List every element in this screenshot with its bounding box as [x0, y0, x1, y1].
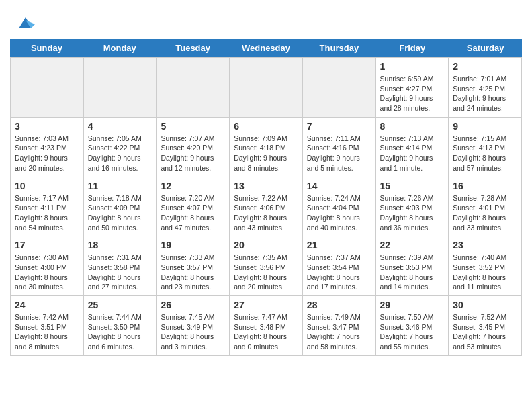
calendar-cell: 22Sunrise: 7:39 AM Sunset: 3:53 PM Dayli… — [376, 236, 449, 296]
day-number: 18 — [88, 240, 152, 250]
day-number: 8 — [380, 121, 445, 132]
calendar-body: 1Sunrise: 6:59 AM Sunset: 4:27 PM Daylig… — [10, 57, 522, 356]
calendar-cell: 12Sunrise: 7:20 AM Sunset: 4:07 PM Dayli… — [157, 177, 230, 237]
calendar-cell: 6Sunrise: 7:09 AM Sunset: 4:18 PM Daylig… — [230, 118, 303, 177]
day-number: 4 — [88, 121, 152, 132]
calendar-cell: 19Sunrise: 7:33 AM Sunset: 3:57 PM Dayli… — [157, 236, 230, 296]
calendar-cell: 26Sunrise: 7:45 AM Sunset: 3:49 PM Dayli… — [157, 296, 230, 356]
calendar-cell — [84, 58, 157, 118]
day-info: Sunrise: 7:47 AM Sunset: 3:48 PM Dayligh… — [234, 312, 298, 352]
day-number: 2 — [453, 61, 517, 72]
day-info: Sunrise: 7:09 AM Sunset: 4:18 PM Dayligh… — [234, 134, 298, 173]
day-of-week-header: Sunday — [10, 39, 83, 57]
day-number: 9 — [453, 121, 517, 132]
day-info: Sunrise: 7:40 AM Sunset: 3:52 PM Dayligh… — [453, 253, 517, 292]
day-of-week-header: Saturday — [449, 39, 522, 57]
day-number: 20 — [234, 240, 298, 250]
day-number: 6 — [234, 121, 298, 132]
calendar-cell: 14Sunrise: 7:24 AM Sunset: 4:04 PM Dayli… — [303, 177, 376, 237]
day-number: 1 — [380, 61, 445, 72]
calendar-cell: 7Sunrise: 7:11 AM Sunset: 4:16 PM Daylig… — [303, 118, 376, 177]
day-info: Sunrise: 7:03 AM Sunset: 4:23 PM Dayligh… — [15, 134, 79, 173]
calendar: SundayMondayTuesdayWednesdayThursdayFrid… — [10, 39, 522, 356]
calendar-cell: 27Sunrise: 7:47 AM Sunset: 3:48 PM Dayli… — [230, 296, 303, 356]
day-number: 27 — [234, 300, 298, 310]
day-info: Sunrise: 7:45 AM Sunset: 3:49 PM Dayligh… — [161, 312, 225, 352]
calendar-cell: 30Sunrise: 7:52 AM Sunset: 3:45 PM Dayli… — [449, 296, 522, 356]
day-of-week-header: Wednesday — [230, 39, 303, 57]
calendar-header: SundayMondayTuesdayWednesdayThursdayFrid… — [10, 39, 522, 57]
day-info: Sunrise: 7:18 AM Sunset: 4:09 PM Dayligh… — [88, 193, 152, 233]
day-number: 21 — [307, 240, 371, 250]
day-number: 17 — [15, 240, 79, 250]
day-of-week-header: Tuesday — [157, 39, 230, 57]
day-info: Sunrise: 7:35 AM Sunset: 3:56 PM Dayligh… — [234, 253, 298, 292]
day-info: Sunrise: 7:01 AM Sunset: 4:25 PM Dayligh… — [453, 74, 517, 113]
day-info: Sunrise: 7:26 AM Sunset: 4:03 PM Dayligh… — [380, 193, 445, 233]
day-info: Sunrise: 7:50 AM Sunset: 3:46 PM Dayligh… — [380, 312, 445, 352]
day-number: 13 — [234, 181, 298, 191]
day-info: Sunrise: 7:24 AM Sunset: 4:04 PM Dayligh… — [307, 193, 371, 233]
calendar-cell: 28Sunrise: 7:49 AM Sunset: 3:47 PM Dayli… — [303, 296, 376, 356]
calendar-cell: 3Sunrise: 7:03 AM Sunset: 4:23 PM Daylig… — [11, 118, 84, 177]
day-number: 3 — [15, 121, 79, 132]
calendar-cell: 20Sunrise: 7:35 AM Sunset: 3:56 PM Dayli… — [230, 236, 303, 296]
day-number: 7 — [307, 121, 371, 132]
calendar-cell: 18Sunrise: 7:31 AM Sunset: 3:58 PM Dayli… — [84, 236, 157, 296]
day-number: 25 — [88, 300, 152, 310]
day-number: 16 — [453, 181, 517, 191]
day-number: 26 — [161, 300, 225, 310]
day-number: 30 — [453, 300, 517, 310]
calendar-cell: 11Sunrise: 7:18 AM Sunset: 4:09 PM Dayli… — [84, 177, 157, 237]
day-info: Sunrise: 7:05 AM Sunset: 4:22 PM Dayligh… — [88, 134, 152, 173]
calendar-cell — [157, 58, 230, 118]
calendar-cell — [11, 58, 84, 118]
day-info: Sunrise: 7:22 AM Sunset: 4:06 PM Dayligh… — [234, 193, 298, 233]
day-number: 23 — [453, 240, 517, 250]
day-number: 15 — [380, 181, 445, 191]
day-info: Sunrise: 7:30 AM Sunset: 4:00 PM Dayligh… — [15, 253, 79, 292]
page-header — [0, 0, 532, 39]
day-number: 29 — [380, 300, 445, 310]
calendar-cell: 24Sunrise: 7:42 AM Sunset: 3:51 PM Dayli… — [11, 296, 84, 356]
day-of-week-header: Friday — [375, 39, 449, 57]
day-of-week-header: Thursday — [302, 39, 375, 57]
day-info: Sunrise: 6:59 AM Sunset: 4:27 PM Dayligh… — [380, 74, 445, 113]
day-info: Sunrise: 7:07 AM Sunset: 4:20 PM Dayligh… — [161, 134, 225, 173]
calendar-cell: 29Sunrise: 7:50 AM Sunset: 3:46 PM Dayli… — [376, 296, 449, 356]
day-number: 11 — [88, 181, 152, 191]
day-info: Sunrise: 7:49 AM Sunset: 3:47 PM Dayligh… — [307, 312, 371, 352]
day-number: 24 — [15, 300, 79, 310]
day-info: Sunrise: 7:33 AM Sunset: 3:57 PM Dayligh… — [161, 253, 225, 292]
day-info: Sunrise: 7:20 AM Sunset: 4:07 PM Dayligh… — [161, 193, 225, 233]
calendar-cell: 9Sunrise: 7:15 AM Sunset: 4:13 PM Daylig… — [449, 118, 522, 177]
day-info: Sunrise: 7:42 AM Sunset: 3:51 PM Dayligh… — [15, 312, 79, 352]
day-number: 5 — [161, 121, 225, 132]
day-number: 10 — [15, 181, 79, 191]
day-info: Sunrise: 7:28 AM Sunset: 4:01 PM Dayligh… — [453, 193, 517, 233]
calendar-cell: 16Sunrise: 7:28 AM Sunset: 4:01 PM Dayli… — [449, 177, 522, 237]
day-info: Sunrise: 7:11 AM Sunset: 4:16 PM Dayligh… — [307, 134, 371, 173]
calendar-cell — [230, 58, 303, 118]
calendar-cell: 8Sunrise: 7:13 AM Sunset: 4:14 PM Daylig… — [376, 118, 449, 177]
day-number: 28 — [307, 300, 371, 310]
calendar-cell: 13Sunrise: 7:22 AM Sunset: 4:06 PM Dayli… — [230, 177, 303, 237]
day-info: Sunrise: 7:52 AM Sunset: 3:45 PM Dayligh… — [453, 312, 517, 352]
calendar-cell: 25Sunrise: 7:44 AM Sunset: 3:50 PM Dayli… — [84, 296, 157, 356]
day-info: Sunrise: 7:39 AM Sunset: 3:53 PM Dayligh… — [380, 253, 445, 292]
calendar-cell: 4Sunrise: 7:05 AM Sunset: 4:22 PM Daylig… — [84, 118, 157, 177]
calendar-cell: 21Sunrise: 7:37 AM Sunset: 3:54 PM Dayli… — [303, 236, 376, 296]
day-info: Sunrise: 7:15 AM Sunset: 4:13 PM Dayligh… — [453, 134, 517, 173]
calendar-cell: 23Sunrise: 7:40 AM Sunset: 3:52 PM Dayli… — [449, 236, 522, 296]
day-number: 12 — [161, 181, 225, 191]
calendar-cell: 2Sunrise: 7:01 AM Sunset: 4:25 PM Daylig… — [449, 58, 522, 118]
day-info: Sunrise: 7:13 AM Sunset: 4:14 PM Dayligh… — [380, 134, 445, 173]
day-info: Sunrise: 7:44 AM Sunset: 3:50 PM Dayligh… — [88, 312, 152, 352]
day-info: Sunrise: 7:37 AM Sunset: 3:54 PM Dayligh… — [307, 253, 371, 292]
day-of-week-header: Monday — [83, 39, 157, 57]
day-info: Sunrise: 7:17 AM Sunset: 4:11 PM Dayligh… — [15, 193, 79, 233]
logo-icon — [16, 13, 35, 32]
calendar-cell: 10Sunrise: 7:17 AM Sunset: 4:11 PM Dayli… — [11, 177, 84, 237]
calendar-cell — [303, 58, 376, 118]
day-number: 14 — [307, 181, 371, 191]
